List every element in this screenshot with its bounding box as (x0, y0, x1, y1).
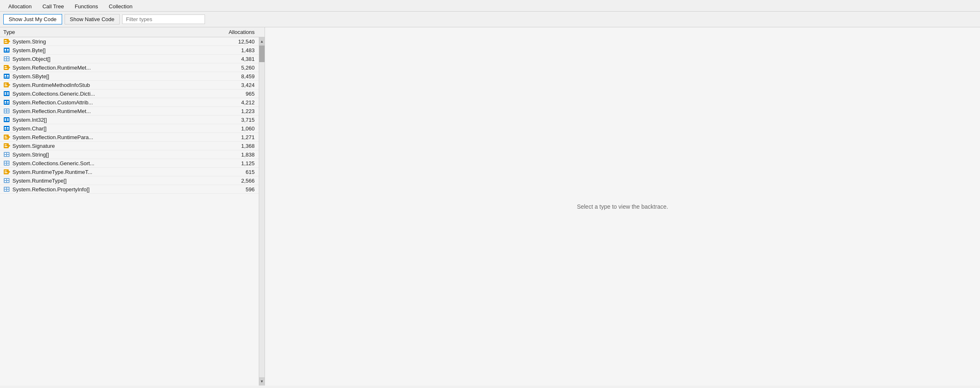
type-icon (3, 116, 11, 123)
table-row[interactable]: System.Int32[] 3,715 (0, 116, 265, 124)
table-row[interactable]: System.RuntimeType.RuntimeT... 615 (0, 168, 265, 176)
show-my-code-button[interactable]: Show Just My Code (3, 14, 62, 24)
type-name: System.Object[] (12, 56, 51, 62)
svg-rect-22 (7, 77, 9, 77)
left-panel: Type Allocations System.String 12,540 (0, 27, 265, 386)
svg-marker-1 (9, 40, 10, 43)
table-row[interactable]: System.String 12,540 (0, 37, 265, 46)
scroll-thumb[interactable] (259, 46, 265, 62)
type-name: System.Reflection.RuntimeMet... (12, 108, 91, 114)
svg-rect-75 (5, 179, 6, 180)
type-icon (3, 186, 11, 193)
table-row[interactable]: System.Char[] 1,060 (0, 124, 265, 133)
scroll-down-button[interactable]: ▼ (259, 377, 265, 386)
svg-rect-46 (7, 120, 9, 121)
svg-rect-77 (5, 181, 6, 182)
svg-rect-28 (5, 92, 6, 94)
svg-rect-40 (5, 111, 6, 113)
table-row[interactable]: System.Collections.Generic.Sort... 1,125 (0, 159, 265, 168)
row-alloc-cell: 1,271 (215, 134, 265, 140)
table-row[interactable]: System.Object[] 4,381 (0, 55, 265, 63)
row-type-cell: System.Reflection.RuntimePara... (0, 134, 215, 140)
svg-rect-52 (4, 135, 9, 140)
type-icon (3, 90, 11, 97)
svg-rect-58 (5, 145, 7, 145)
row-alloc-cell: 615 (215, 169, 265, 175)
svg-marker-71 (9, 171, 10, 173)
table-row[interactable]: System.SByte[] 8,459 (0, 72, 265, 81)
row-type-cell: System.RuntimeType[] (0, 177, 215, 184)
array-open-icon (3, 160, 11, 166)
tab-functions[interactable]: Functions (70, 2, 103, 11)
table-row[interactable]: System.Reflection.RuntimeMet... 5,260 (0, 63, 265, 72)
type-icon (3, 142, 11, 149)
filter-input[interactable] (122, 14, 205, 24)
type-name: System.Collections.Generic.Sort... (12, 160, 94, 166)
svg-rect-48 (5, 127, 6, 128)
svg-rect-25 (5, 84, 7, 84)
toolbar: Show Just My Code Show Native Code (0, 12, 980, 27)
svg-rect-67 (7, 161, 9, 163)
svg-marker-53 (9, 136, 10, 138)
svg-rect-37 (4, 108, 10, 113)
scroll-up-button[interactable]: ▲ (259, 37, 265, 46)
row-alloc-cell: 965 (215, 91, 265, 97)
svg-rect-74 (4, 178, 10, 183)
svg-rect-39 (7, 109, 9, 111)
svg-rect-63 (5, 155, 6, 156)
svg-rect-41 (7, 111, 9, 113)
svg-rect-59 (5, 146, 7, 147)
svg-rect-20 (7, 75, 9, 76)
type-icon (3, 160, 11, 166)
tab-allocation[interactable]: Allocation (3, 2, 36, 11)
table-row[interactable]: System.Reflection.RuntimeMet... 1,223 (0, 107, 265, 116)
table-row[interactable]: System.Byte[] 1,483 (0, 46, 265, 55)
svg-rect-27 (4, 91, 10, 96)
svg-rect-60 (4, 152, 10, 157)
type-icon (3, 108, 11, 114)
col-type-header: Type (0, 29, 215, 35)
tab-collection[interactable]: Collection (104, 2, 137, 11)
svg-rect-0 (4, 39, 9, 44)
class-icon (3, 169, 11, 175)
table-row[interactable]: System.Reflection.PropertyInfo[] 596 (0, 185, 265, 194)
scrollbar[interactable]: ▲ ▼ (259, 37, 265, 386)
class-icon (3, 64, 11, 71)
tab-call-tree[interactable]: Call Tree (37, 2, 69, 11)
top-tab-bar: Allocation Call Tree Functions Collectio… (0, 0, 980, 12)
svg-rect-44 (7, 118, 9, 120)
right-panel: Select a type to view the backtrace. (265, 27, 980, 386)
svg-rect-76 (7, 179, 9, 180)
table-row[interactable]: System.Collections.Generic.Dicti... 965 (0, 89, 265, 98)
table-row[interactable]: System.RuntimeType[] 2,566 (0, 176, 265, 185)
table-row[interactable]: System.Reflection.RuntimePara... 1,271 (0, 133, 265, 142)
type-icon (3, 177, 11, 184)
type-icon (3, 134, 11, 140)
svg-marker-57 (9, 145, 10, 147)
row-type-cell: System.String (0, 38, 215, 45)
row-alloc-cell: 3,424 (215, 82, 265, 88)
svg-rect-38 (5, 109, 6, 111)
row-alloc-cell: 2,566 (215, 178, 265, 184)
table-row[interactable]: System.RuntimeMethodInfoStub 3,424 (0, 81, 265, 89)
row-alloc-cell: 3,715 (215, 117, 265, 123)
array-icon (3, 116, 11, 123)
row-alloc-cell: 596 (215, 186, 265, 193)
svg-rect-16 (5, 66, 7, 67)
svg-rect-73 (5, 172, 7, 173)
show-native-code-button[interactable]: Show Native Code (65, 14, 120, 24)
type-icon (3, 55, 11, 62)
svg-rect-8 (7, 51, 9, 51)
table-row[interactable]: System.String[] 1,838 (0, 150, 265, 159)
svg-rect-23 (4, 82, 9, 87)
svg-rect-13 (7, 59, 9, 60)
row-type-cell: System.Signature (0, 142, 215, 149)
array-open-icon (3, 55, 11, 62)
table-row[interactable]: System.Signature 1,368 (0, 142, 265, 150)
svg-rect-56 (4, 143, 9, 148)
type-name: System.Collections.Generic.Dicti... (12, 91, 95, 97)
array-open-icon (3, 177, 11, 184)
row-type-cell: System.String[] (0, 151, 215, 158)
table-row[interactable]: System.Reflection.CustomAttrib... 4,212 (0, 98, 265, 107)
svg-rect-19 (5, 75, 6, 76)
